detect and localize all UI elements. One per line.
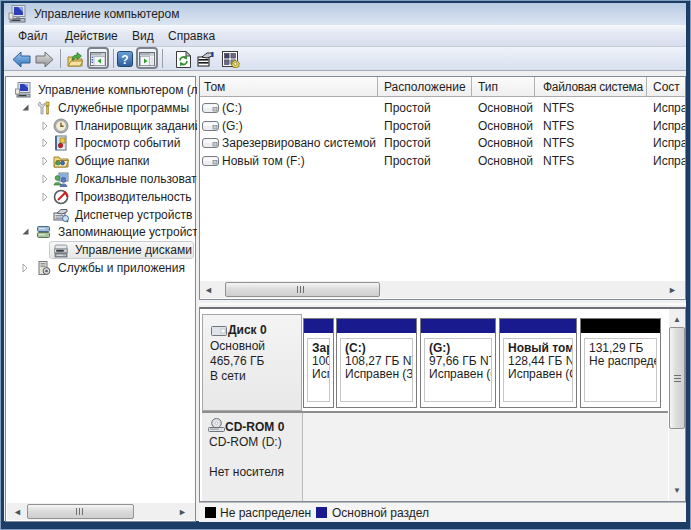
svg-text:?: ? (121, 53, 128, 67)
